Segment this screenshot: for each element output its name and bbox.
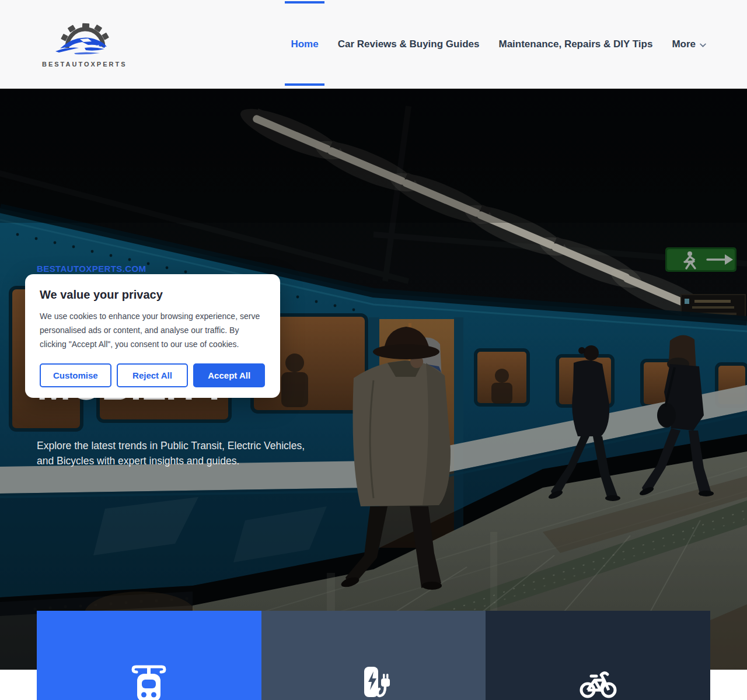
nav-item-car-reviews[interactable]: Car Reviews & Buying Guides: [338, 38, 480, 50]
feature-cards: [37, 611, 710, 700]
customise-button[interactable]: Customise: [40, 363, 111, 387]
gear-and-car-logo-icon: [47, 21, 122, 60]
accept-all-button[interactable]: Accept All: [193, 363, 265, 387]
ev-charging-icon: [352, 660, 395, 700]
cookie-dialog-title: We value your privacy: [40, 288, 265, 302]
chevron-down-icon: [700, 43, 706, 47]
main-nav: Home Car Reviews & Buying Guides Mainten…: [291, 38, 706, 50]
reject-all-button[interactable]: Reject All: [117, 363, 189, 387]
cookie-dialog-body: We use cookies to enhance your browsing …: [40, 309, 265, 351]
train-icon: [128, 660, 170, 700]
nav-more-label: More: [672, 38, 696, 50]
cookie-consent-dialog: We value your privacy We use cookies to …: [25, 274, 280, 398]
bicycle-icon: [577, 660, 619, 700]
cookie-dialog-actions: Customise Reject All Accept All: [40, 363, 265, 387]
nav-item-home[interactable]: Home: [291, 38, 318, 50]
nav-item-maintenance[interactable]: Maintenance, Repairs & DIY Tips: [498, 38, 652, 50]
site-logo[interactable]: BESTAUTOXPERTS: [42, 21, 127, 68]
site-header: BESTAUTOXPERTS Home Car Reviews & Buying…: [0, 0, 747, 89]
card-public-transit[interactable]: [37, 611, 261, 700]
card-bicycles[interactable]: [486, 611, 710, 700]
card-electric-vehicles[interactable]: [261, 611, 486, 700]
brand-name: BESTAUTOXPERTS: [42, 61, 127, 68]
nav-item-more[interactable]: More: [672, 38, 706, 50]
